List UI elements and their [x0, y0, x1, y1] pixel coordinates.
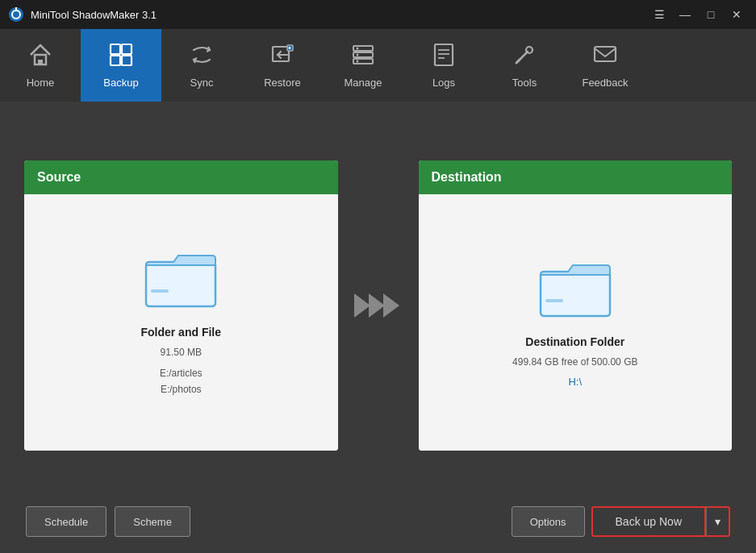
svg-point-18: [357, 54, 359, 56]
source-title: Folder and File: [140, 326, 221, 339]
svg-point-19: [357, 60, 359, 63]
source-folder-icon: [144, 247, 217, 311]
menu-button[interactable]: ☰: [648, 5, 670, 24]
nav-label-logs: Logs: [432, 77, 455, 89]
nav-bar: Home Backup Sync: [0, 29, 756, 102]
svg-rect-4: [38, 60, 43, 64]
nav-item-restore[interactable]: Restore: [242, 29, 323, 102]
arrows-icon: [346, 285, 411, 326]
destination-body: Destination Folder 499.84 GB free of 500…: [419, 194, 733, 451]
nav-label-backup: Backup: [103, 77, 138, 89]
maximize-button[interactable]: □: [700, 5, 722, 24]
svg-marker-30: [354, 293, 370, 318]
title-bar: MiniTool ShadowMaker 3.1 ☰ — □ ✕: [0, 0, 756, 29]
destination-title: Destination Folder: [525, 335, 624, 348]
panels-row: Source Folder and File 91.50 MB E:/artic…: [24, 118, 732, 493]
svg-point-17: [357, 48, 359, 50]
arrow-area: [338, 285, 419, 326]
options-button[interactable]: Options: [512, 506, 585, 537]
source-paths: E:/articlesE:/photos: [160, 366, 203, 397]
nav-item-feedback[interactable]: Feedback: [565, 29, 645, 102]
nav-label-home: Home: [27, 77, 55, 89]
bottom-left: Schedule Scheme: [26, 506, 190, 537]
svg-rect-20: [435, 44, 453, 65]
bottom-right: Options Back up Now ▾: [512, 506, 730, 537]
backup-now-button[interactable]: Back up Now: [591, 506, 706, 537]
source-header: Source: [24, 160, 338, 194]
svg-rect-7: [111, 56, 120, 65]
backup-icon: [108, 42, 134, 72]
close-button[interactable]: ✕: [725, 5, 748, 24]
source-body: Folder and File 91.50 MB E:/articlesE:/p…: [24, 194, 338, 451]
svg-rect-28: [146, 262, 215, 306]
title-bar-controls: ☰ — □ ✕: [648, 5, 748, 24]
nav-label-restore: Restore: [264, 77, 301, 89]
minimize-button[interactable]: —: [674, 5, 696, 24]
destination-path: H:\: [568, 376, 582, 388]
title-bar-left: MiniTool ShadowMaker 3.1: [8, 6, 157, 23]
destination-panel[interactable]: Destination Destination Folder 499.84 GB…: [419, 160, 733, 451]
sync-icon: [189, 42, 215, 72]
source-panel[interactable]: Source Folder and File 91.50 MB E:/artic…: [24, 160, 338, 451]
svg-rect-27: [595, 47, 616, 61]
source-size: 91.50 MB: [161, 347, 202, 358]
svg-point-25: [526, 47, 533, 53]
nav-item-logs[interactable]: Logs: [403, 29, 484, 102]
nav-label-manage: Manage: [345, 77, 382, 89]
logs-icon: [431, 42, 457, 72]
tools-icon: [512, 42, 537, 72]
svg-rect-34: [545, 299, 563, 302]
scheme-button[interactable]: Scheme: [115, 506, 190, 537]
nav-item-backup[interactable]: Backup: [81, 29, 161, 102]
nav-label-sync: Sync: [190, 77, 214, 89]
nav-label-feedback: Feedback: [582, 77, 628, 89]
destination-header: Destination: [419, 160, 733, 194]
nav-item-tools[interactable]: Tools: [484, 29, 565, 102]
dropdown-arrow-icon: ▾: [715, 515, 720, 528]
svg-rect-33: [541, 272, 610, 316]
svg-rect-8: [122, 56, 132, 65]
svg-rect-6: [122, 44, 132, 54]
nav-label-tools: Tools: [512, 77, 537, 89]
feedback-icon: [592, 42, 618, 72]
restore-icon: [269, 42, 295, 72]
destination-folder-icon: [539, 257, 612, 321]
app-logo: [8, 6, 24, 23]
nav-item-home[interactable]: Home: [0, 29, 81, 102]
home-icon: [27, 42, 53, 72]
svg-line-26: [516, 60, 520, 63]
app-title: MiniTool ShadowMaker 3.1: [31, 9, 157, 21]
bottom-bar: Schedule Scheme Options Back up Now ▾: [24, 506, 732, 537]
nav-item-sync[interactable]: Sync: [161, 29, 242, 102]
manage-icon: [350, 42, 376, 72]
svg-marker-31: [369, 293, 385, 318]
schedule-button[interactable]: Schedule: [26, 506, 107, 537]
svg-marker-32: [383, 293, 399, 318]
backup-dropdown-button[interactable]: ▾: [706, 506, 730, 537]
svg-rect-29: [151, 289, 169, 293]
destination-free: 499.84 GB free of 500.00 GB: [512, 356, 637, 368]
main-content: Source Folder and File 91.50 MB E:/artic…: [0, 102, 756, 553]
destination-label: Destination: [432, 170, 502, 185]
svg-rect-5: [111, 44, 120, 54]
source-label: Source: [37, 170, 81, 185]
nav-item-manage[interactable]: Manage: [323, 29, 403, 102]
